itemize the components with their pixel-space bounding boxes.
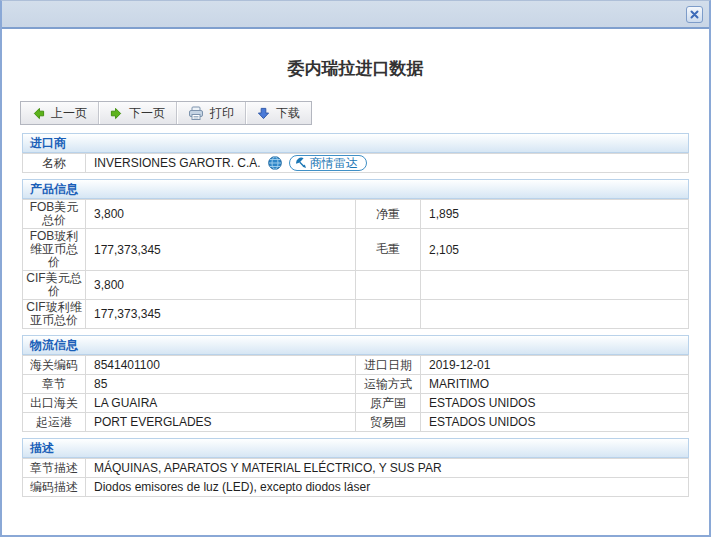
section-header-description: 描述 bbox=[22, 438, 689, 458]
print-button[interactable]: 打印 bbox=[177, 102, 245, 124]
field-label: 海关编码 bbox=[23, 356, 86, 375]
arrow-right-icon bbox=[110, 107, 123, 120]
logistics-table: 海关编码 8541401100 进口日期 2019-12-01 章节 85 运输… bbox=[22, 355, 689, 432]
section-header-product: 产品信息 bbox=[22, 179, 689, 199]
field-label: 净重 bbox=[356, 200, 421, 229]
field-value: 3,800 bbox=[86, 200, 356, 229]
field-label: 章节 bbox=[23, 375, 86, 394]
product-table: FOB美元总价 3,800 净重 1,895 FOB玻利维亚币总价 177,37… bbox=[22, 199, 689, 329]
field-label: CIF玻利维亚币总价 bbox=[23, 300, 86, 329]
prev-page-button[interactable]: 上一页 bbox=[21, 102, 98, 124]
field-value: 2,105 bbox=[421, 229, 689, 271]
section-header-logistics: 物流信息 bbox=[22, 335, 689, 355]
close-icon bbox=[690, 10, 699, 19]
detail-sections: 进口商 名称 INVERSIONES GAROTR. C.A. bbox=[22, 133, 689, 497]
next-page-button[interactable]: 下一页 bbox=[99, 102, 176, 124]
arrow-down-icon bbox=[257, 107, 270, 120]
table-row: 起运港 PORT EVERGLADES 贸易国 ESTADOS UNIDOS bbox=[23, 413, 689, 432]
radar-badge-label: 商情雷达 bbox=[310, 156, 358, 171]
field-label: CIF美元总价 bbox=[23, 271, 86, 300]
field-value bbox=[421, 300, 689, 329]
table-row: 章节 85 运输方式 MARITIMO bbox=[23, 375, 689, 394]
dialog-window: 委内瑞拉进口数据 上一页 下一页 bbox=[0, 0, 711, 537]
table-row: 章节描述 MÁQUINAS, APARATOS Y MATERIAL ELÉCT… bbox=[23, 459, 689, 478]
field-value: MÁQUINAS, APARATOS Y MATERIAL ELÉCTRICO,… bbox=[86, 459, 689, 478]
field-value: ESTADOS UNIDOS bbox=[421, 413, 689, 432]
field-label: FOB玻利维亚币总价 bbox=[23, 229, 86, 271]
radar-badge[interactable]: 商情雷达 bbox=[289, 155, 367, 171]
field-value: MARITIMO bbox=[421, 375, 689, 394]
table-row: CIF玻利维亚币总价 177,373,345 bbox=[23, 300, 689, 329]
field-value: 2019-12-01 bbox=[421, 356, 689, 375]
section-product: 产品信息 FOB美元总价 3,800 净重 1,895 FOB玻利维亚币总价 1… bbox=[22, 179, 689, 329]
description-table: 章节描述 MÁQUINAS, APARATOS Y MATERIAL ELÉCT… bbox=[22, 458, 689, 497]
table-row: 出口海关 LA GUAIRA 原产国 ESTADOS UNIDOS bbox=[23, 394, 689, 413]
table-row: FOB玻利维亚币总价 177,373,345 毛重 2,105 bbox=[23, 229, 689, 271]
field-label: 起运港 bbox=[23, 413, 86, 432]
toolbar: 上一页 下一页 打印 bbox=[20, 101, 312, 125]
printer-icon bbox=[188, 106, 204, 121]
field-label: 贸易国 bbox=[356, 413, 421, 432]
field-label: 毛重 bbox=[356, 229, 421, 271]
prev-page-label: 上一页 bbox=[51, 105, 87, 122]
field-value: 3,800 bbox=[86, 271, 356, 300]
dialog-titlebar bbox=[2, 1, 709, 29]
importer-table: 名称 INVERSIONES GAROTR. C.A. bbox=[22, 153, 689, 173]
field-value: PORT EVERGLADES bbox=[86, 413, 356, 432]
field-value bbox=[421, 271, 689, 300]
field-value: LA GUAIRA bbox=[86, 394, 356, 413]
section-header-importer: 进口商 bbox=[22, 133, 689, 153]
field-value: 1,895 bbox=[421, 200, 689, 229]
next-page-label: 下一页 bbox=[129, 105, 165, 122]
table-row: 名称 INVERSIONES GAROTR. C.A. bbox=[23, 154, 689, 173]
field-label: FOB美元总价 bbox=[23, 200, 86, 229]
field-label bbox=[356, 271, 421, 300]
table-row: FOB美元总价 3,800 净重 1,895 bbox=[23, 200, 689, 229]
section-logistics: 物流信息 海关编码 8541401100 进口日期 2019-12-01 章节 … bbox=[22, 335, 689, 432]
field-value: Diodos emisores de luz (LED), excepto di… bbox=[86, 478, 689, 497]
field-value: 177,373,345 bbox=[86, 229, 356, 271]
field-label: 原产国 bbox=[356, 394, 421, 413]
field-label: 运输方式 bbox=[356, 375, 421, 394]
close-button[interactable] bbox=[686, 6, 703, 23]
field-label: 进口日期 bbox=[356, 356, 421, 375]
table-row: 编码描述 Diodos emisores de luz (LED), excep… bbox=[23, 478, 689, 497]
field-label: 章节描述 bbox=[23, 459, 86, 478]
globe-icon[interactable] bbox=[268, 156, 282, 170]
field-value: 8541401100 bbox=[86, 356, 356, 375]
field-value: ESTADOS UNIDOS bbox=[421, 394, 689, 413]
download-button[interactable]: 下载 bbox=[246, 102, 311, 124]
field-label bbox=[356, 300, 421, 329]
arrow-left-icon bbox=[32, 107, 45, 120]
field-value: 177,373,345 bbox=[86, 300, 356, 329]
importer-name-label: 名称 bbox=[23, 154, 86, 173]
print-label: 打印 bbox=[210, 105, 234, 122]
field-label: 编码描述 bbox=[23, 478, 86, 497]
radar-icon bbox=[295, 157, 307, 169]
table-row: 海关编码 8541401100 进口日期 2019-12-01 bbox=[23, 356, 689, 375]
field-label: 出口海关 bbox=[23, 394, 86, 413]
section-description: 描述 章节描述 MÁQUINAS, APARATOS Y MATERIAL EL… bbox=[22, 438, 689, 497]
download-label: 下载 bbox=[276, 105, 300, 122]
field-value: 85 bbox=[86, 375, 356, 394]
section-importer: 进口商 名称 INVERSIONES GAROTR. C.A. bbox=[22, 133, 689, 173]
page-title: 委内瑞拉进口数据 bbox=[2, 59, 709, 79]
table-row: CIF美元总价 3,800 bbox=[23, 271, 689, 300]
importer-name-value: INVERSIONES GAROTR. C.A. bbox=[94, 156, 261, 170]
